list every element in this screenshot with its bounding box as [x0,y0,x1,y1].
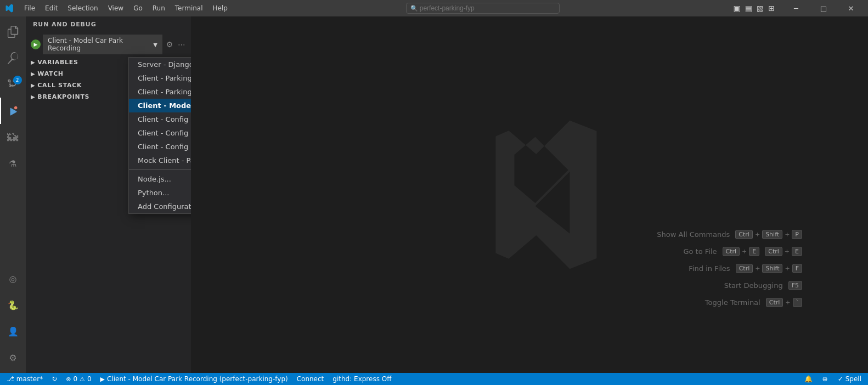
statusbar-connect[interactable]: Connect [295,373,326,385]
githd-label: githd: Express Off [332,375,391,383]
menu-file[interactable]: File [20,3,40,13]
watch-label: WATCH [37,70,63,77]
git-branch-icon: ⎇ [7,375,14,383]
statusbar-left: ⎇ master* ↻ ⊗ 0 ⚠ 0 ▶ Client - Model Car… [4,373,393,385]
statusbar: ⎇ master* ↻ ⊗ 0 ⚠ 0 ▶ Client - Model Car… [0,373,868,385]
kbd-shift: Shift [762,230,782,239]
main-area: 2 ⚗ ◎ 🐍 👤 ⚙ RUN AND DEBUG ▶ Client - Mod… [0,16,868,373]
dropdown-item-parkinglot-live[interactable]: Client - ParkingLot Live [129,71,191,85]
statusbar-spell[interactable]: ✓ Spell [836,373,864,385]
menu-edit[interactable]: Edit [41,3,62,13]
error-icon: ⊗ [66,376,71,383]
kbd-group-1: Ctrl + E [723,247,760,256]
more-options-button[interactable]: ⋯ [177,39,187,49]
statusbar-right: 🔔 ⊕ ✓ Spell [802,373,864,385]
current-config-label: Client - Model Car Park Recording [48,37,153,52]
config-dropdown-button[interactable]: Client - Model Car Park Recording ▼ [43,35,162,54]
kbd-backtick: ` [793,298,803,307]
activity-bar: 2 ⚗ ◎ 🐍 👤 ⚙ [0,16,26,373]
kbd-group: Ctrl + Shift + P [735,230,802,239]
kbd-f: F [792,264,802,273]
kbd-shift: Shift [762,264,782,273]
callstack-label: CALL STACK [37,82,82,89]
close-button[interactable]: ✕ [838,0,864,16]
search-icon: 🔍 [410,5,418,12]
activity-testing[interactable]: ⚗ [0,150,26,177]
layout-panel-icon[interactable]: ▤ [745,4,752,13]
activity-settings[interactable]: ⚙ [0,344,26,371]
branch-name: master* [16,375,43,383]
activity-bottom: ◎ 🐍 👤 ⚙ [0,265,26,373]
menu-run[interactable]: Run [148,3,170,13]
shortcut-label: Start Debugging [706,281,783,290]
kbd-group: Ctrl + ` [766,298,802,307]
shortcut-go-to-file: Go to File Ctrl + E Ctrl + E [640,247,803,256]
dropdown-item-add-config[interactable]: Add Configuration... [129,200,191,213]
menu-view[interactable]: View [104,3,128,13]
dropdown-item-config-live[interactable]: Client - Config Live [129,112,191,126]
maximize-button[interactable]: □ [811,0,836,16]
menu-go[interactable]: Go [129,3,147,13]
sync-icon: ↻ [52,375,57,383]
gear-config-button[interactable]: ⚙ [165,39,174,49]
activity-python[interactable]: 🐍 [0,292,26,318]
kbd-ctrl: Ctrl [736,264,753,273]
dropdown-item-config-model-carpark[interactable]: Client - Config Model Car Park Recording [129,140,191,154]
layout-grid-icon[interactable]: ⊞ [768,4,775,13]
statusbar-sync[interactable]: ↻ [49,373,59,385]
error-count: 0 [73,375,77,383]
activity-run-debug[interactable] [0,98,26,124]
chevron-icon: ▶ [31,71,35,77]
dropdown-divider [129,169,191,170]
dropdown-item-server-django[interactable]: Server - Django [129,58,191,71]
bell-icon: 🔔 [804,375,813,383]
menu-terminal[interactable]: Terminal [171,3,207,13]
start-debug-button[interactable]: ▶ [31,39,41,49]
statusbar-debug-config[interactable]: ▶ Client - Model Car Park Recording (per… [98,373,290,385]
activity-explorer[interactable] [0,19,26,45]
kbd-f5: F5 [788,281,802,290]
kbd-e: E [749,247,759,256]
kbd-p: P [792,230,802,239]
variables-label: VARIABLES [37,59,78,66]
debug-config-icon: ▶ [100,376,105,383]
activity-extensions[interactable] [0,124,26,150]
search-input[interactable] [406,3,560,14]
shortcut-label: Toggle Terminal [684,298,760,307]
statusbar-notifications[interactable]: 🔔 [802,373,815,385]
kbd-ctrl: Ctrl [723,247,740,256]
dropdown-item-python[interactable]: Python... [129,186,191,200]
titlebar-controls: ▣ ▤ ▧ ⊞ ─ □ ✕ [734,0,864,16]
spell-label: Spell [846,375,861,383]
statusbar-errors[interactable]: ⊗ 0 ⚠ 0 [64,373,93,385]
activity-remote[interactable]: ◎ [0,265,26,292]
shortcut-label: Find in Files [653,264,730,273]
layout-split-icon[interactable]: ▧ [757,4,764,13]
shortcut-label: Go to File [640,247,717,256]
chevron-icon: ▶ [31,59,35,65]
statusbar-remote-icon[interactable]: ⊕ [820,373,830,385]
statusbar-githd[interactable]: githd: Express Off [330,373,393,385]
menu-selection[interactable]: Selection [63,3,102,13]
warning-icon: ⚠ [80,376,85,383]
sidebar: RUN AND DEBUG ▶ Client - Model Car Park … [26,16,191,373]
activity-search[interactable] [0,45,26,71]
kbd-ctrl: Ctrl [735,230,753,239]
dropdown-item-model-carpark-recording[interactable]: Client - Model Car Park Recording [129,99,191,112]
activity-accounts[interactable]: 👤 [0,318,26,344]
dropdown-item-nodejs[interactable]: Node.js... [129,172,191,186]
activity-source-control[interactable]: 2 [0,71,26,98]
menu-help[interactable]: Help [208,3,232,13]
sidebar-title: RUN AND DEBUG [26,16,191,32]
statusbar-branch[interactable]: ⎇ master* [4,373,45,385]
titlebar: File Edit Selection View Go Run Terminal… [0,0,868,16]
minimize-button[interactable]: ─ [784,0,809,16]
dropdown-item-config-recording[interactable]: Client - Config Recording [129,126,191,140]
kbd-group: F5 [788,281,802,290]
layout-sidebar-icon[interactable]: ▣ [734,4,741,13]
dropdown-item-mock-client[interactable]: Mock Client - ParkingLot [129,154,191,167]
shortcut-label: Show All Commands [653,230,730,239]
content-area: Show All Commands Ctrl + Shift + P Go to… [191,16,868,373]
kbd-ctrl: Ctrl [765,247,782,256]
dropdown-item-parkinglot-recording[interactable]: Client - ParkingLot Recording [129,85,191,99]
